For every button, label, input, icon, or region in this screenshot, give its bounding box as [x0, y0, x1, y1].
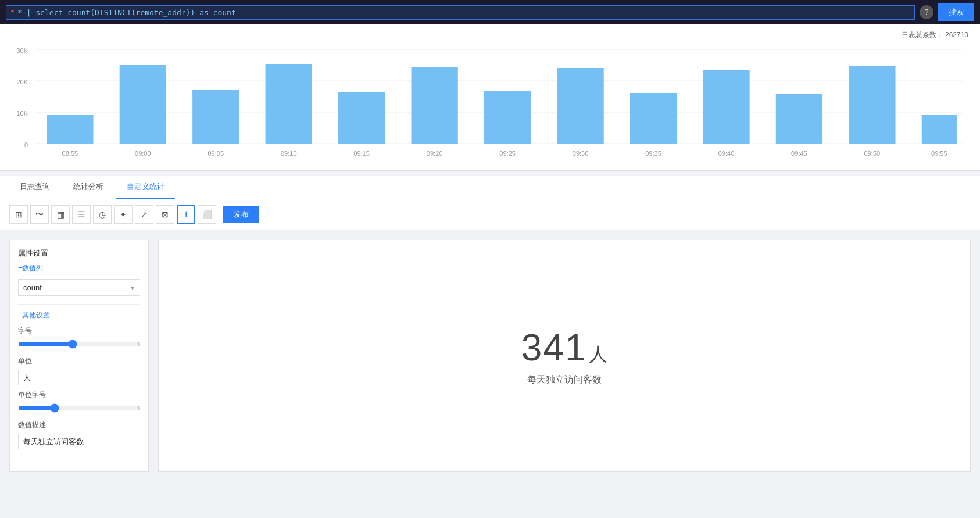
svg-rect-30: [849, 66, 895, 144]
stat-display: 341 人 每天独立访问客数: [521, 326, 607, 386]
chart-section: 日志总条数： 262710 30K 20K 10K 0 08:55 09:00 …: [0, 24, 980, 171]
svg-text:09:55: 09:55: [931, 150, 947, 157]
svg-rect-14: [266, 64, 312, 144]
svg-text:0: 0: [24, 141, 28, 148]
svg-text:09:20: 09:20: [427, 150, 443, 157]
svg-rect-32: [922, 115, 957, 144]
svg-rect-12: [192, 90, 239, 144]
total-label: 日志总条数：: [902, 31, 943, 39]
tabs-section: 日志查询 统计分析 自定义统计: [0, 176, 980, 199]
svg-rect-26: [703, 70, 749, 144]
area-tool-btn[interactable]: ⤢: [135, 205, 153, 224]
svg-rect-20: [484, 91, 531, 144]
unit-input[interactable]: [18, 370, 140, 385]
svg-rect-18: [412, 67, 458, 144]
panel-title: 属性设置: [18, 248, 140, 259]
scatter-tool-btn[interactable]: ✦: [114, 205, 133, 224]
pie-tool-btn[interactable]: ◷: [93, 205, 112, 224]
stat-number: 341: [521, 327, 587, 369]
svg-text:09:25: 09:25: [499, 150, 516, 157]
search-bar: * ? 搜索: [0, 0, 980, 24]
help-button[interactable]: ?: [920, 5, 933, 19]
svg-rect-24: [630, 93, 677, 144]
line-tool-btn[interactable]: 〜: [30, 205, 49, 224]
toolbar: ⊞ 〜 ▦ ☰ ◷ ✦ ⤢ ⊠ ℹ ⬜ 发布: [0, 199, 980, 230]
tab-log-query[interactable]: 日志查询: [9, 176, 60, 199]
unit-font-slider-wrap: [18, 403, 140, 415]
tab-stats[interactable]: 统计分析: [63, 176, 114, 199]
count-dropdown[interactable]: count: [18, 279, 140, 296]
stat-unit: 人: [589, 344, 607, 365]
table-tool-btn[interactable]: ⊞: [9, 205, 28, 224]
svg-text:10K: 10K: [16, 110, 28, 117]
svg-text:20K: 20K: [16, 78, 28, 85]
font-size-label: 字号: [18, 326, 140, 336]
chart-container: 30K 20K 10K 0 08:55 09:00 09:05 09:10: [12, 42, 968, 165]
svg-rect-16: [338, 92, 385, 144]
heatmap-tool-btn[interactable]: ⊠: [156, 205, 174, 224]
svg-text:08:55: 08:55: [62, 150, 78, 157]
stat-number-unit: 341 人: [521, 326, 607, 369]
svg-rect-10: [120, 65, 166, 144]
unit-font-label: 单位字号: [18, 390, 140, 400]
number-tool-btn[interactable]: ℹ: [177, 205, 195, 224]
svg-text:09:00: 09:00: [135, 150, 151, 157]
search-asterisk: *: [11, 8, 14, 17]
font-size-slider-wrap: [18, 340, 140, 351]
desc-input[interactable]: [18, 434, 140, 449]
svg-text:09:30: 09:30: [573, 150, 589, 157]
svg-rect-8: [47, 115, 93, 144]
bar-chart: 30K 20K 10K 0 08:55 09:00 09:05 09:10: [12, 42, 968, 165]
svg-text:09:15: 09:15: [353, 150, 370, 157]
svg-text:09:05: 09:05: [208, 150, 224, 157]
unit-label: 单位: [18, 356, 140, 366]
total-value: 262710: [945, 31, 968, 39]
add-value-link[interactable]: +数值列: [18, 263, 140, 273]
desc-label: 数值描述: [18, 420, 140, 430]
search-button[interactable]: 搜索: [938, 3, 974, 21]
bar-tool-btn[interactable]: ▦: [51, 205, 70, 224]
chart-header: 日志总条数： 262710: [12, 30, 968, 40]
svg-text:09:35: 09:35: [645, 150, 661, 157]
unit-font-slider[interactable]: [18, 403, 140, 413]
dropdown-wrap: count ▼: [18, 279, 140, 296]
svg-rect-22: [557, 68, 603, 144]
section-divider: [18, 304, 140, 305]
image-tool-btn[interactable]: ⬜: [198, 205, 216, 224]
search-input-wrap: *: [6, 5, 915, 20]
stat-description: 每天独立访问客数: [521, 374, 607, 386]
main-content: 属性设置 +数值列 count ▼ +其他设置 字号 单位 单位字号 数值描述 …: [0, 230, 980, 481]
svg-text:30K: 30K: [16, 47, 28, 54]
list-tool-btn[interactable]: ☰: [72, 205, 91, 224]
svg-text:09:50: 09:50: [864, 150, 881, 157]
svg-text:09:45: 09:45: [791, 150, 807, 157]
font-size-slider[interactable]: [18, 340, 140, 349]
other-settings-link[interactable]: +其他设置: [18, 310, 140, 320]
svg-rect-28: [776, 94, 822, 144]
publish-button[interactable]: 发布: [223, 206, 259, 223]
left-panel: 属性设置 +数值列 count ▼ +其他设置 字号 单位 单位字号 数值描述: [9, 240, 149, 472]
help-icon: ?: [925, 8, 929, 16]
svg-text:09:40: 09:40: [718, 150, 735, 157]
svg-text:09:10: 09:10: [281, 150, 297, 157]
tab-custom-stats[interactable]: 自定义统计: [116, 176, 175, 199]
search-input[interactable]: [17, 8, 910, 17]
right-panel: 341 人 每天独立访问客数: [158, 240, 971, 472]
